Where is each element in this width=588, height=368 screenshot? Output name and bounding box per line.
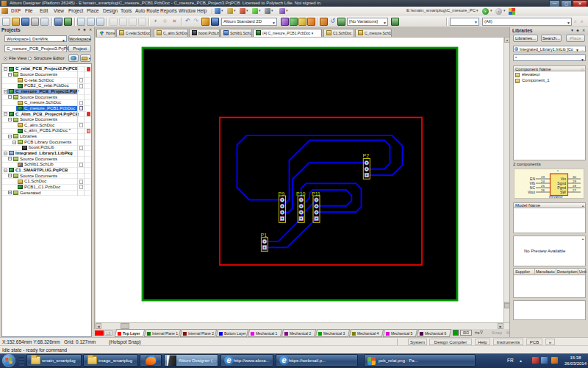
svg-text:P9: P9 bbox=[279, 191, 285, 197]
svg-text:27: 27 bbox=[573, 188, 576, 192]
svg-text:élevateur: élevateur bbox=[549, 195, 563, 198]
svg-text:26: 26 bbox=[541, 188, 545, 192]
svg-text:25: 25 bbox=[541, 184, 545, 188]
svg-text:P10: P10 bbox=[296, 191, 306, 197]
svg-text:Vout: Vout bbox=[528, 190, 536, 194]
svg-text:23: 23 bbox=[541, 175, 545, 179]
svg-text:28: 28 bbox=[573, 184, 576, 188]
svg-text:*: * bbox=[557, 170, 559, 174]
svg-text:24: 24 bbox=[541, 180, 545, 183]
svg-text:30: 30 bbox=[573, 175, 576, 179]
svg-text:P11: P11 bbox=[312, 191, 320, 197]
svg-text:SW: SW bbox=[560, 190, 566, 194]
svg-text:29: 29 bbox=[573, 180, 576, 183]
svg-text:P2: P2 bbox=[363, 153, 370, 158]
svg-text:P1: P1 bbox=[261, 233, 268, 238]
